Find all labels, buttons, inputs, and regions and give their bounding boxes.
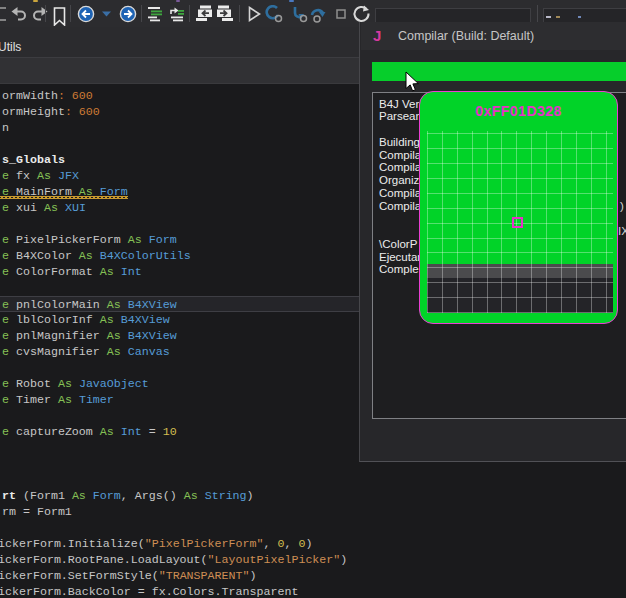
code-token bbox=[93, 249, 100, 262]
code-token: B4XColorUtils bbox=[100, 249, 191, 262]
combobox-text-sliver bbox=[546, 16, 551, 18]
toolbar-separator bbox=[537, 5, 538, 22]
redo-button[interactable] bbox=[29, 0, 49, 27]
code-token: (Form1 bbox=[16, 489, 72, 502]
code-token: As bbox=[37, 169, 51, 182]
code-token: ) bbox=[249, 569, 256, 582]
code-token: : 600 bbox=[58, 89, 93, 102]
code-token: e bbox=[2, 345, 9, 358]
code-token: ) bbox=[247, 489, 254, 502]
code-token bbox=[121, 298, 128, 311]
uncomment-code-icon bbox=[169, 6, 185, 22]
code-token: JFX bbox=[58, 169, 79, 182]
bookmark-button[interactable] bbox=[49, 0, 69, 27]
warning-squiggle bbox=[0, 196, 128, 199]
code-token: As bbox=[79, 249, 93, 262]
code-token bbox=[72, 377, 79, 390]
code-token: cvsMagnifier bbox=[9, 345, 107, 358]
navigate-back-button[interactable] bbox=[76, 0, 95, 27]
code-token: e bbox=[2, 313, 9, 326]
code-token: : 600 bbox=[65, 105, 100, 118]
bookmark-icon bbox=[52, 7, 67, 26]
code-line[interactable]: rm = Form1 bbox=[0, 504, 626, 520]
code-token: As bbox=[100, 265, 114, 278]
color-hex-label: 0xFF01D328 bbox=[420, 103, 617, 119]
code-token bbox=[114, 265, 121, 278]
pixel-picker-window[interactable]: 0xFF01D328 bbox=[419, 91, 618, 324]
code-token: captureZoom bbox=[9, 425, 100, 438]
code-line[interactable]: ickerForm.RootPane.LoadLayout("LayoutPix… bbox=[0, 552, 626, 568]
code-token bbox=[198, 489, 205, 502]
combobox-text-sliver bbox=[578, 16, 581, 18]
clipboard-partial-icon[interactable] bbox=[0, 0, 6, 27]
code-line[interactable]: ickerForm.BackColor = fx.Colors.Transpar… bbox=[0, 584, 626, 598]
code-token: e bbox=[2, 393, 9, 406]
tab-active-module[interactable]: Utils bbox=[0, 40, 21, 54]
code-token: String bbox=[205, 489, 247, 502]
code-token: rt bbox=[2, 489, 16, 502]
code-token: PixelPickerForm bbox=[9, 233, 128, 246]
code-token: e bbox=[2, 249, 9, 262]
code-token: e bbox=[2, 169, 9, 182]
code-token: ) bbox=[340, 553, 347, 566]
compile-dialog-title: Compilar (Build: Default) bbox=[398, 29, 534, 43]
uncomment-code-button[interactable] bbox=[168, 0, 186, 27]
step-into-button[interactable] bbox=[289, 0, 309, 27]
code-token: Robot bbox=[9, 377, 58, 390]
code-token: B4XView bbox=[121, 313, 170, 326]
code-line[interactable]: ickerForm.Initialize("PixelPickerForm", … bbox=[0, 536, 626, 552]
run-button[interactable] bbox=[245, 0, 263, 27]
code-token bbox=[114, 313, 121, 326]
code-token: JavaObject bbox=[79, 377, 149, 390]
compile-dialog-titlebar[interactable]: J Compilar (Build: Default) bbox=[361, 22, 626, 50]
code-token bbox=[114, 425, 121, 438]
code-token: fx bbox=[9, 169, 37, 182]
code-token: "PixelPickerForm" bbox=[145, 537, 264, 550]
center-pixel-indicator bbox=[512, 217, 523, 228]
code-token: Form bbox=[93, 489, 121, 502]
comment-code-icon bbox=[147, 6, 163, 22]
code-token: e bbox=[2, 233, 9, 246]
stop-button[interactable] bbox=[334, 7, 348, 21]
code-line[interactable]: rt (Form1 As Form, Args() As String) bbox=[0, 488, 626, 504]
code-token: "TRANSPARENT" bbox=[159, 569, 250, 582]
code-token: = bbox=[142, 425, 163, 438]
undo-button[interactable] bbox=[9, 0, 29, 27]
b4j-logo-icon: J bbox=[373, 27, 381, 44]
toolbar-separator bbox=[189, 5, 190, 22]
code-token bbox=[72, 393, 79, 406]
code-token: n bbox=[2, 121, 9, 134]
code-token: ) bbox=[305, 537, 312, 550]
code-token: As bbox=[107, 329, 121, 342]
ide-window: Utils ormWidth: 600ormHeight: 600ns_Glob… bbox=[0, 0, 626, 598]
resume-button[interactable] bbox=[264, 0, 284, 27]
comment-code-button[interactable] bbox=[146, 0, 164, 27]
navigate-forward-button[interactable] bbox=[118, 0, 137, 27]
code-token bbox=[86, 489, 93, 502]
shift-lines-left-button[interactable] bbox=[194, 0, 214, 27]
code-token: ickerForm.SetFormStyle( bbox=[0, 569, 159, 582]
toolbar-separator bbox=[141, 5, 142, 22]
stop-icon bbox=[336, 9, 346, 19]
navigate-back-icon bbox=[77, 5, 95, 23]
chevron-down-icon bbox=[102, 11, 111, 17]
code-token: lblColorInf bbox=[9, 313, 100, 326]
step-over-button[interactable] bbox=[308, 0, 328, 27]
code-token: As bbox=[72, 489, 86, 502]
code-token: , Args() bbox=[121, 489, 184, 502]
combobox-text-sliver bbox=[556, 16, 560, 18]
code-token: B4XColor bbox=[9, 249, 79, 262]
navigate-back-dropdown[interactable] bbox=[101, 0, 112, 27]
code-line[interactable]: ickerForm.SetFormStyle("TRANSPARENT") bbox=[0, 568, 626, 584]
shift-lines-right-button[interactable] bbox=[215, 0, 235, 27]
mouse-cursor bbox=[405, 71, 420, 97]
code-token: , bbox=[284, 537, 298, 550]
log-line-fragment: ) bbox=[620, 200, 624, 213]
code-token: Form bbox=[149, 233, 177, 246]
code-token: B4XView bbox=[128, 298, 177, 311]
code-token: ickerForm.BackColor = fx.Colors.Transpar… bbox=[0, 585, 298, 598]
code-token: As bbox=[107, 345, 121, 358]
code-token: rm = Form1 bbox=[2, 505, 72, 518]
navigate-forward-icon bbox=[119, 5, 137, 23]
code-token: As bbox=[184, 489, 198, 502]
